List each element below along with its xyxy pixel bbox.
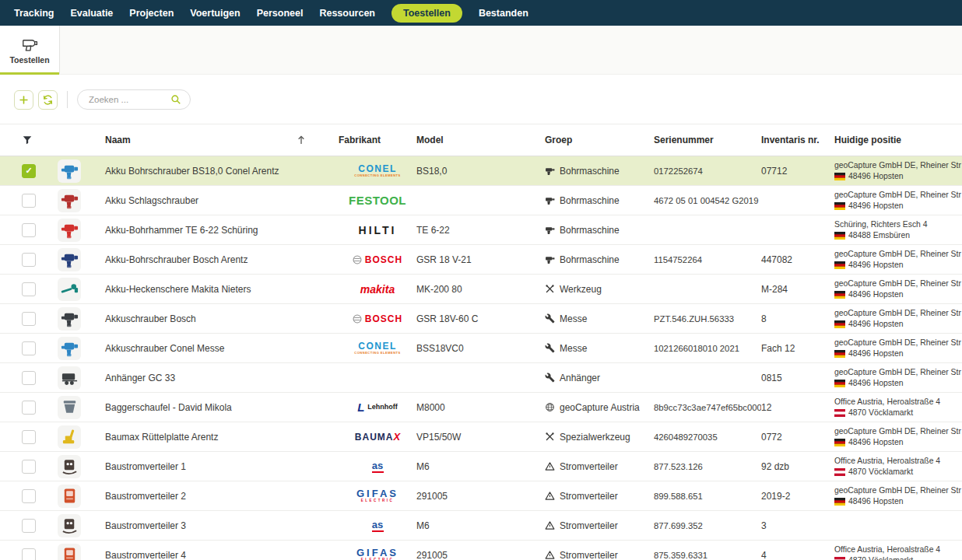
row-checkbox[interactable]	[22, 341, 36, 355]
table-row[interactable]: Anhänger GC 33 Anhänger 0815 geoCapture …	[0, 363, 962, 393]
device-name[interactable]: Baumax Rüttelplatte Arentz	[105, 432, 218, 443]
table-row[interactable]: Baumax Rüttelplatte Arentz BAUMAX VP15/5…	[0, 422, 962, 452]
device-name[interactable]: Akku Schlagschrauber	[105, 195, 198, 206]
row-checkbox[interactable]	[22, 548, 36, 560]
row-checkbox[interactable]	[22, 460, 36, 474]
device-name[interactable]: Anhänger GC 33	[105, 373, 175, 383]
row-checkbox[interactable]	[22, 223, 36, 237]
device-serial: 1021266018010 2021	[654, 344, 761, 353]
table-row[interactable]: Akku-Bohrschrauber Bosch Arentz BOSCH GS…	[0, 245, 962, 275]
row-checkbox[interactable]	[22, 519, 36, 533]
austria-flag-icon	[834, 409, 845, 417]
column-header-positie[interactable]: Huidige positie	[834, 135, 962, 145]
add-button[interactable]	[14, 90, 33, 110]
table-row[interactable]: Baustromverteiler 2 GIFASELECTRIC 291005…	[0, 481, 962, 511]
device-inventory: Fach 12	[761, 343, 834, 354]
warning-triangle-icon	[545, 520, 555, 530]
column-header-groep[interactable]: Groep	[545, 135, 654, 145]
group-label: Bohrmaschine	[560, 225, 620, 236]
brand-logo: FESTOOL	[339, 194, 416, 207]
search-box	[77, 89, 191, 110]
row-checkbox[interactable]	[22, 282, 36, 296]
row-checkbox[interactable]	[22, 253, 36, 267]
table-row[interactable]: Akkuschrauber Bosch BOSCH GSR 18V-60 C M…	[0, 304, 962, 334]
device-name[interactable]: Akku-Heckenschere Makita Nieters	[105, 284, 251, 295]
nav-item-voertuigen[interactable]: Voertuigen	[190, 8, 240, 19]
device-image	[58, 307, 81, 331]
table-row[interactable]: Akkuschrauber Conel Messe CONELCONNECTIN…	[0, 334, 962, 363]
group-label: Stromverteiler	[560, 520, 618, 531]
search-icon[interactable]	[170, 94, 181, 108]
germany-flag-icon	[834, 380, 845, 387]
device-name[interactable]: Baustromverteiler 4	[105, 550, 186, 560]
position-line1: Office Austria, Heroalstraße 4	[834, 456, 959, 466]
bosch-emblem-icon	[353, 314, 362, 324]
device-image	[58, 455, 81, 478]
device-model: GSR 18V-60 C	[416, 313, 545, 324]
nav-item-toestellen[interactable]: Toestellen	[391, 4, 462, 23]
device-serial: 899.588.651	[654, 492, 761, 501]
filter-icon[interactable]	[0, 135, 44, 145]
device-name[interactable]: Akku-Bohrschrauber Bosch Arentz	[105, 254, 248, 265]
refresh-button[interactable]	[38, 90, 58, 110]
nav-item-projecten[interactable]: Projecten	[129, 8, 174, 19]
device-inventory: 4	[761, 550, 834, 560]
device-position: Schüring, Richters Esch 4 48488 Emsbüren	[834, 219, 962, 240]
device-position: geoCapture GmbH DE, Rheiner Str 3 48496 …	[834, 308, 962, 329]
device-name[interactable]: Baustromverteiler 2	[105, 491, 186, 502]
column-header-inventaris[interactable]: Inventaris nr.	[761, 135, 834, 145]
device-name[interactable]: Akku-Bohrhammer TE 6-22 Schüring	[105, 225, 258, 236]
column-header-naam[interactable]: Naam	[105, 135, 131, 145]
brand-logo: makita	[339, 283, 416, 296]
table-row[interactable]: Baustromverteiler 4 GIFASELECTRIC 291005…	[0, 541, 962, 560]
brand-logo: BOSCH	[339, 255, 416, 264]
table-row[interactable]: Akku-Bohrhammer TE 6-22 Schüring HILTI T…	[0, 215, 962, 245]
austria-flag-icon	[834, 468, 845, 476]
nav-item-bestanden[interactable]: Bestanden	[479, 8, 528, 19]
group-label: Bohrmaschine	[560, 254, 620, 265]
device-name[interactable]: Baggerschaufel - David Mikola	[105, 402, 232, 413]
column-header-model[interactable]: Model	[416, 135, 545, 145]
row-checkbox[interactable]: ✓	[22, 164, 36, 178]
brand-logo: GIFASELECTRIC	[339, 488, 416, 503]
position-line1: geoCapture GmbH DE, Rheiner Str 3	[834, 249, 959, 259]
row-checkbox[interactable]	[22, 371, 36, 385]
device-name[interactable]: Akku Bohrschrauber BS18,0 Conel Arentz	[105, 166, 279, 177]
column-header-serienummer[interactable]: Serienummer	[654, 135, 761, 145]
row-checkbox[interactable]	[22, 489, 36, 503]
device-position: geoCapture GmbH DE, Rheiner Str 3 48496 …	[834, 426, 962, 447]
germany-flag-icon	[834, 498, 845, 506]
position-line1: Office Austria, Heroalstraße 4	[834, 544, 959, 555]
device-name[interactable]: Baustromverteiler 3	[105, 520, 186, 531]
row-checkbox[interactable]	[22, 430, 36, 444]
device-model: VP15/50W	[416, 432, 545, 443]
row-checkbox[interactable]	[22, 194, 36, 208]
refresh-icon	[42, 94, 54, 106]
drill-icon	[545, 254, 555, 264]
nav-item-evaluatie[interactable]: Evaluatie	[70, 8, 113, 19]
table-row[interactable]: Baustromverteiler 3 as M6 Stromverteiler…	[0, 511, 962, 541]
germany-flag-icon	[834, 232, 845, 240]
table-row[interactable]: Akku Schlagschrauber FESTOOL Bohrmaschin…	[0, 186, 962, 215]
column-header-fabrikant[interactable]: Fabrikant	[339, 135, 416, 145]
table-row[interactable]: ✓ Akku Bohrschrauber BS18,0 Conel Arentz…	[0, 156, 962, 186]
nav-item-personeel[interactable]: Personeel	[257, 8, 304, 19]
germany-flag-icon	[834, 498, 845, 506]
sort-ascending-icon[interactable]	[297, 135, 305, 145]
device-position: geoCapture GmbH DE, Rheiner Str 3 48496 …	[834, 190, 962, 211]
device-name[interactable]: Baustromverteiler 1	[105, 461, 186, 472]
table-row[interactable]: Baggerschaufel - David Mikola LLehnhoff …	[0, 393, 962, 422]
nav-item-ressourcen[interactable]: Ressourcen	[319, 8, 375, 19]
device-name[interactable]: Akkuschrauber Bosch	[105, 313, 196, 324]
row-checkbox[interactable]	[22, 312, 36, 326]
germany-flag-icon	[834, 202, 845, 210]
nav-item-tracking[interactable]: Tracking	[14, 8, 54, 19]
tab-toestellen[interactable]: Toestellen	[0, 26, 60, 74]
row-checkbox[interactable]	[22, 401, 36, 415]
device-name[interactable]: Akkuschrauber Conel Messe	[105, 343, 224, 354]
table-body: ✓ Akku Bohrschrauber BS18,0 Conel Arentz…	[0, 156, 962, 560]
device-group: Messe	[545, 343, 654, 354]
table-row[interactable]: Akku-Heckenschere Makita Nieters makita …	[0, 275, 962, 304]
table-row[interactable]: Baustromverteiler 1 as M6 Stromverteiler…	[0, 452, 962, 481]
germany-flag-icon	[834, 291, 845, 299]
